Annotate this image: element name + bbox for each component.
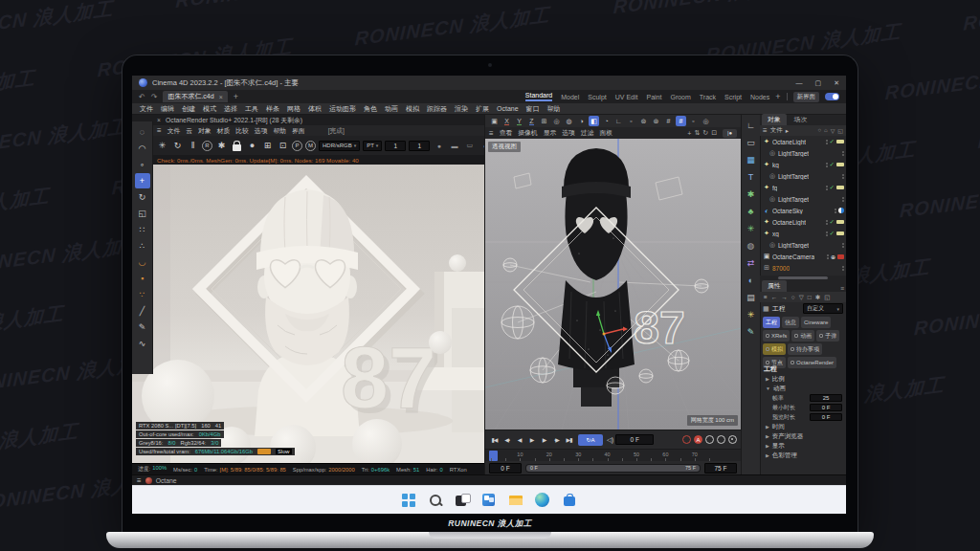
attr-group-2[interactable]: ▶时间 <box>760 422 846 431</box>
material-name[interactable]: Octane <box>156 477 177 484</box>
viewport-menu-icon[interactable]: ≡ <box>489 129 494 138</box>
range-track[interactable]: 0 F 75 F <box>525 464 701 473</box>
new-document-tab-button[interactable]: + <box>234 92 238 101</box>
rotate-tool[interactable]: ↻ <box>135 189 150 205</box>
attr-tab-子弹[interactable]: 子弹 <box>816 330 839 342</box>
viewport-menu-2[interactable]: 显示 <box>544 128 557 138</box>
coord-system-icon[interactable]: ⊞ <box>539 116 549 126</box>
object-row-7[interactable]: ✦OctaneLight✓ <box>760 216 846 228</box>
snap-icon[interactable]: # <box>663 116 674 126</box>
layout-tab-paint[interactable]: Paint <box>646 94 661 100</box>
viewport-menu-4[interactable]: 过滤 <box>581 128 594 138</box>
subframe-field[interactable]: 1 <box>385 141 406 151</box>
tab-takes[interactable]: 场次 <box>789 114 813 125</box>
light-icon[interactable]: ✳ <box>745 308 758 321</box>
object-row-8[interactable]: ✦xg✓ <box>760 228 846 239</box>
edge-button[interactable] <box>534 492 551 509</box>
render-view-icon[interactable]: ◎ <box>551 116 562 126</box>
material-preview-icon[interactable]: ● <box>246 139 258 152</box>
resolution-icon[interactable]: ▬ <box>448 139 460 152</box>
tab-attributes[interactable]: 属性 <box>762 280 787 292</box>
minimize-button[interactable]: — <box>796 79 803 87</box>
octane-menu-6[interactable]: 帮助 <box>273 126 286 136</box>
attr-tab-待办事项[interactable]: 待办事项 <box>788 343 822 355</box>
object-menu-icon[interactable]: ≡ <box>763 126 768 135</box>
loop-toggle[interactable]: ↻A <box>578 434 603 446</box>
volume-icon[interactable]: ◍ <box>745 239 758 253</box>
move-tool[interactable]: + <box>135 173 150 188</box>
menu-item-6[interactable]: 样条 <box>266 104 279 114</box>
colorspace-select[interactable]: HDR/sRGB▾ <box>319 141 360 151</box>
menu-item-3[interactable]: 模式 <box>203 104 216 114</box>
undo-icon[interactable]: ↶ <box>139 93 145 101</box>
simulate-icon[interactable]: ⊚ <box>638 116 649 126</box>
live-selection-tool[interactable]: ◌ <box>135 124 150 140</box>
next-frame-button[interactable]: ▶ <box>539 434 549 446</box>
attr-group-4[interactable]: ▶显示 <box>760 441 846 451</box>
axis-z-lock[interactable]: Z <box>526 116 537 126</box>
object-row-6[interactable]: ◐OctaneSky <box>760 205 846 216</box>
viewport-label[interactable]: 透视视图 <box>488 142 521 152</box>
viewport-menu-0[interactable]: 查看 <box>500 128 513 138</box>
sky-tag[interactable] <box>838 208 844 213</box>
deformer-icon[interactable]: ⇄ <box>745 256 758 270</box>
enabled-check-icon[interactable]: ✓ <box>830 139 835 145</box>
interactive-render-icon[interactable]: ◧ <box>589 116 599 126</box>
visibility-dots[interactable] <box>826 220 828 225</box>
field-value[interactable]: 0 F <box>810 413 842 421</box>
octane-material-icon[interactable] <box>145 477 152 484</box>
octane-close-icon[interactable]: × <box>157 117 161 123</box>
selection-tool[interactable]: ◠ <box>135 141 150 156</box>
pick-object-icon[interactable]: M <box>305 141 316 151</box>
enabled-check-icon[interactable]: ✓ <box>830 219 835 226</box>
field-value[interactable]: 25 <box>810 394 842 402</box>
subdivision-icon[interactable]: ✱ <box>745 187 758 201</box>
camera-sync-icon[interactable]: ● <box>433 139 445 152</box>
record-scale-button[interactable] <box>717 435 725 444</box>
octane-menu-0[interactable]: 文件 <box>167 126 181 136</box>
clay-field[interactable]: 1 <box>409 141 430 151</box>
octane-menu-1[interactable]: 云 <box>186 126 192 136</box>
render-settings-icon[interactable]: ◑ <box>576 116 587 126</box>
enabled-check-icon[interactable]: ✓ <box>830 162 835 168</box>
object-row-4[interactable]: ✦fg✓ <box>760 182 846 193</box>
camera-target-icon[interactable]: ⊕ <box>831 253 835 260</box>
pause-render-icon[interactable]: ‖ <box>187 139 199 152</box>
lock-icon[interactable]: □ <box>808 294 812 300</box>
record-tag[interactable] <box>837 254 844 259</box>
add-layout-button[interactable]: + <box>775 92 780 101</box>
range-slider[interactable]: 0 F 75 F <box>526 465 700 472</box>
ui-scheme-chip[interactable]: 新界面 <box>793 92 820 102</box>
visibility-dots[interactable] <box>842 243 844 248</box>
quantize-icon[interactable]: # <box>676 116 686 126</box>
viewport-menu-1[interactable]: 摄像机 <box>518 128 537 138</box>
plane-icon[interactable]: ▫ <box>626 116 636 126</box>
light-tag[interactable] <box>836 186 844 189</box>
visibility-dots[interactable] <box>826 231 828 236</box>
close-button[interactable]: ✕ <box>834 79 839 87</box>
current-frame-field[interactable]: 0 F <box>615 434 654 445</box>
attr-group-3[interactable]: ▶资产浏览器 <box>760 431 846 441</box>
layout-tab-model[interactable]: Model <box>561 94 579 100</box>
menu-item-13[interactable]: 跟踪器 <box>427 104 447 114</box>
attr-tab-模拟[interactable]: 模拟 <box>763 343 786 355</box>
extrude-tool[interactable]: ▪ <box>135 271 150 286</box>
menu-item-2[interactable]: 创建 <box>182 104 195 114</box>
film-region-icon[interactable]: ▭ <box>463 139 476 152</box>
attr-tab-信息[interactable]: 信息 <box>782 317 799 328</box>
field-value[interactable]: 0 F <box>810 404 842 411</box>
viewport-canvas[interactable]: 87 87 透视视图 网格宽度 100 cm <box>484 139 741 430</box>
menu-item-16[interactable]: Octane <box>497 105 519 112</box>
goto-end-button[interactable]: ▶▮ <box>564 434 574 446</box>
record-rotation-button[interactable] <box>728 435 737 444</box>
file-explorer-button[interactable] <box>507 492 524 509</box>
settings-icon[interactable]: ✱ <box>815 294 820 301</box>
object-row-0[interactable]: ✦OctaneLight✓ <box>760 136 846 147</box>
cube-primitive-icon[interactable]: ▦ <box>745 153 758 166</box>
search-icon[interactable]: ○ <box>791 294 795 300</box>
kernel-select[interactable]: PT▾ <box>363 141 382 151</box>
forward-icon[interactable]: → <box>781 294 788 300</box>
menu-item-11[interactable]: 动画 <box>385 104 398 114</box>
object-menu-file[interactable]: 文件 <box>770 126 783 135</box>
attributes-menu-icon[interactable]: ≡ <box>840 285 844 292</box>
